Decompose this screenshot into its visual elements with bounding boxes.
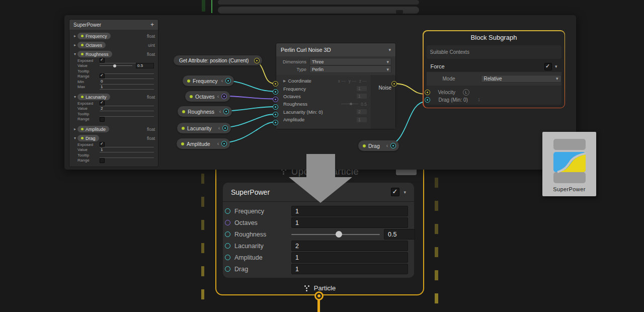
- expand-icon[interactable]: [283, 79, 286, 83]
- block-enabled-checkbox[interactable]: [391, 188, 399, 196]
- local-space-icon[interactable]: L: [463, 89, 469, 96]
- output-port-icon[interactable]: [221, 94, 227, 99]
- setting-label: Type: [280, 67, 309, 72]
- output-port-icon[interactable]: [254, 58, 260, 63]
- drag-field[interactable]: 1: [291, 264, 408, 274]
- param-node-lacunarity[interactable]: Lacunarity: [177, 123, 231, 133]
- parameter-pill[interactable]: Drag: [77, 135, 99, 141]
- value-field[interactable]: 0.5: [136, 63, 154, 68]
- collapse-icon[interactable]: [386, 143, 388, 148]
- lacunarity-port-icon[interactable]: [273, 112, 278, 117]
- param-node-roughness[interactable]: Roughness: [178, 106, 232, 117]
- parameter-pill[interactable]: Lacunarity: [77, 94, 110, 100]
- perlin-curl-noise-node[interactable]: Perlin Curl Noise 3D Dimensions Three Ty…: [276, 43, 396, 129]
- add-parameter-button[interactable]: +: [150, 21, 154, 28]
- roughness-field[interactable]: 0.5: [384, 229, 415, 240]
- param-node-octaves[interactable]: Octaves: [185, 91, 230, 102]
- octaves-port-icon[interactable]: [273, 97, 278, 102]
- chevron-down-icon[interactable]: [72, 136, 77, 140]
- noise-output-port-icon[interactable]: [391, 81, 397, 87]
- input-port-icon[interactable]: [225, 231, 230, 237]
- force-enabled-checkbox[interactable]: [544, 63, 552, 70]
- collapse-icon[interactable]: [218, 125, 220, 131]
- input-label: Frequency: [283, 86, 306, 92]
- chevron-down-icon[interactable]: [72, 52, 77, 56]
- frequency-port-icon[interactable]: [273, 89, 278, 95]
- output-port-icon[interactable]: [223, 109, 229, 114]
- range-checkbox[interactable]: [100, 158, 105, 163]
- input-port-icon[interactable]: [225, 220, 230, 225]
- input-port-icon[interactable]: [225, 208, 230, 214]
- value-slider[interactable]: [100, 65, 132, 66]
- drag-port-icon[interactable]: [425, 97, 430, 103]
- roughness-port-icon[interactable]: [273, 104, 278, 110]
- tooltip-field[interactable]: [100, 111, 154, 117]
- subgraph-title: Block Subgraph: [424, 31, 565, 44]
- chevron-right-icon[interactable]: [72, 127, 77, 131]
- parameter-pill[interactable]: Amplitude: [77, 126, 109, 132]
- range-checkbox[interactable]: [100, 73, 105, 79]
- collapse-icon[interactable]: [219, 109, 221, 114]
- context-output-port-icon[interactable]: [314, 291, 324, 300]
- value-field[interactable]: 1: [100, 147, 154, 152]
- collapse-icon[interactable]: [217, 141, 219, 146]
- parameter-pill[interactable]: Octaves: [77, 42, 106, 48]
- frequency-field[interactable]: 1: [291, 206, 408, 216]
- parameter-pill[interactable]: Frequency: [77, 33, 111, 39]
- output-port-icon[interactable]: [222, 125, 228, 131]
- block-subgraph-panel[interactable]: Block Subgraph Suitable Contexts Update …: [423, 30, 565, 108]
- input-port-icon[interactable]: [225, 255, 230, 260]
- blackboard-row: Frequency float: [72, 32, 155, 40]
- output-port-icon[interactable]: [390, 143, 396, 148]
- tooltip-field[interactable]: [100, 152, 154, 158]
- collapse-icon[interactable]: [217, 94, 219, 99]
- input-row: Lacunarity (Min: 0) 2: [276, 108, 371, 116]
- amplitude-field[interactable]: 1: [291, 252, 408, 263]
- slider-knob[interactable]: [113, 64, 116, 67]
- exposed-checkbox[interactable]: [100, 101, 105, 106]
- tooltip-field[interactable]: [100, 68, 154, 74]
- slider-knob[interactable]: [336, 231, 342, 238]
- chevron-right-icon[interactable]: [72, 34, 77, 38]
- blackboard-panel: SuperPower + Frequency float Octaves uin…: [69, 19, 158, 167]
- coordinate-port-icon[interactable]: [273, 81, 278, 87]
- force-block[interactable]: Force Mode Relative Velocity: [427, 61, 561, 105]
- block-row: Lacunarity 2: [223, 240, 414, 252]
- octaves-field[interactable]: 1: [291, 217, 408, 228]
- type-dropdown[interactable]: Perlin: [309, 65, 391, 73]
- chevron-down-icon[interactable]: [404, 190, 406, 195]
- chevron-down-icon[interactable]: [555, 64, 557, 69]
- min-field[interactable]: 0: [100, 79, 154, 85]
- roughness-slider[interactable]: [291, 229, 380, 239]
- range-checkbox[interactable]: [100, 117, 105, 122]
- chevron-down-icon[interactable]: [388, 47, 391, 52]
- dimensions-dropdown[interactable]: Three: [309, 58, 391, 65]
- get-attribute-node[interactable]: Get Attribute: position (Current): [174, 55, 262, 65]
- chevron-down-icon[interactable]: [72, 95, 77, 99]
- blackboard-row: Drag float: [72, 134, 155, 142]
- mode-dropdown[interactable]: Relative: [481, 75, 561, 83]
- input-port-icon[interactable]: [225, 266, 230, 272]
- input-port-icon[interactable]: [225, 243, 230, 249]
- exposed-checkbox[interactable]: [100, 58, 105, 63]
- chevron-right-icon[interactable]: [72, 43, 77, 47]
- parameter-name: Lacunarity: [86, 95, 107, 100]
- amplitude-port-icon[interactable]: [273, 120, 278, 125]
- param-node-amplitude[interactable]: Amplitude: [177, 138, 230, 149]
- collapse-icon[interactable]: [221, 78, 223, 84]
- max-field[interactable]: 1: [100, 84, 154, 90]
- superpower-asset-card[interactable]: SuperPower: [542, 132, 596, 196]
- exposed-checkbox[interactable]: [100, 142, 105, 147]
- output-port-icon[interactable]: [225, 78, 231, 84]
- parameter-pill[interactable]: Roughness: [77, 51, 112, 57]
- output-port-icon[interactable]: [221, 141, 227, 146]
- velocity-port-icon[interactable]: [425, 90, 430, 95]
- lacunarity-field[interactable]: 2: [291, 241, 408, 251]
- param-node-frequency[interactable]: Frequency: [183, 75, 234, 86]
- value-field[interactable]: 2: [100, 106, 154, 111]
- prop-label: Range: [77, 158, 100, 163]
- blackboard-row: Octaves uint: [72, 41, 155, 49]
- parameter-type: float: [147, 127, 155, 132]
- param-node-drag[interactable]: Drag: [358, 140, 399, 151]
- exposed-dot-icon: [363, 144, 366, 147]
